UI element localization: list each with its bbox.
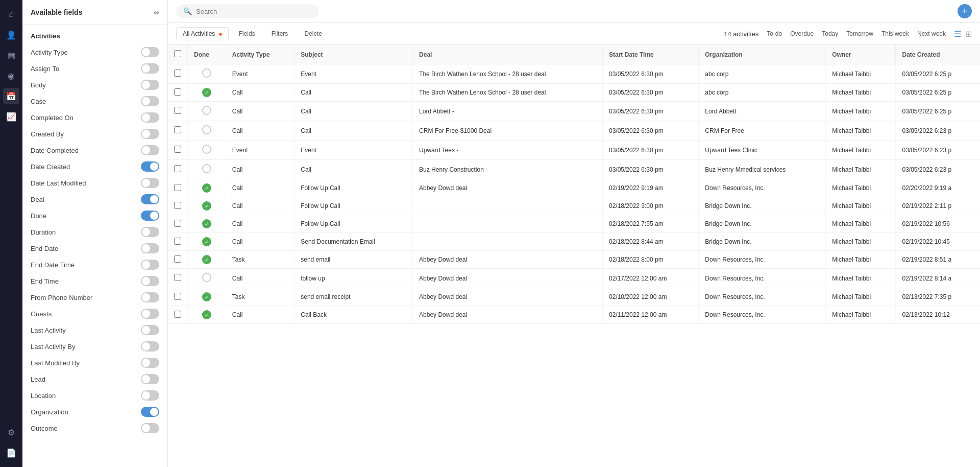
field-toggle[interactable]: [141, 423, 159, 433]
row-start-date: 02/11/2022 12:00 am: [602, 306, 698, 324]
row-owner: Michael Taibbi: [826, 102, 896, 121]
dashboard-icon[interactable]: ▦: [3, 47, 19, 63]
row-checkbox[interactable]: [174, 293, 181, 300]
table-row: CallCallBuz Henry Construction -03/05/20…: [168, 160, 980, 179]
activities-icon[interactable]: 📅: [3, 88, 19, 104]
field-toggle[interactable]: [141, 243, 159, 253]
row-checkbox[interactable]: [174, 311, 181, 318]
row-subject: Call Back: [295, 306, 413, 324]
done-circle[interactable]: [202, 145, 211, 154]
field-toggle[interactable]: [141, 47, 159, 57]
search-input[interactable]: [196, 8, 312, 15]
field-toggle[interactable]: [141, 194, 159, 204]
row-checkbox[interactable]: [174, 126, 181, 133]
row-checkbox[interactable]: [174, 146, 181, 153]
field-toggle[interactable]: [141, 227, 159, 237]
row-start-date: 03/05/2022 6:30 pm: [602, 84, 698, 102]
filter-this-week[interactable]: This week: [881, 30, 909, 37]
field-toggle[interactable]: [141, 292, 159, 302]
tab-fields[interactable]: Fields: [233, 28, 261, 40]
row-checkbox[interactable]: [174, 238, 181, 245]
sidebar: Available fields ⇔ Activities Activity T…: [22, 0, 168, 467]
analytics-icon[interactable]: 📈: [3, 108, 19, 125]
row-deal: Lord Abbett -: [413, 102, 603, 121]
row-checkbox[interactable]: [174, 274, 181, 281]
field-toggle[interactable]: [141, 63, 159, 74]
done-circle[interactable]: [202, 125, 211, 134]
field-toggle[interactable]: [141, 276, 159, 286]
field-toggle[interactable]: [141, 325, 159, 335]
select-all-checkbox[interactable]: [174, 50, 181, 57]
done-circle[interactable]: ✓: [202, 310, 211, 319]
field-toggle[interactable]: [141, 129, 159, 139]
field-toggle[interactable]: [141, 309, 159, 319]
col-checkbox: [168, 45, 188, 64]
sidebar-field-label: Last Modified By: [31, 359, 80, 367]
table-row: EventEventThe Birch Wathen Lenox School …: [168, 64, 980, 84]
list-view-icon[interactable]: ☰: [954, 29, 961, 39]
done-circle[interactable]: ✓: [202, 183, 211, 193]
contacts-icon[interactable]: 👤: [3, 27, 19, 43]
row-date-created: 02/20/2022 9:19 a: [896, 179, 980, 197]
row-checkbox[interactable]: [174, 107, 181, 114]
row-activity-type: Event: [226, 64, 294, 84]
docs-icon[interactable]: 📄: [3, 445, 19, 461]
row-checkbox[interactable]: [174, 165, 181, 172]
field-toggle[interactable]: [141, 341, 159, 352]
field-toggle[interactable]: [141, 260, 159, 270]
done-circle[interactable]: ✓: [202, 201, 211, 211]
row-checkbox[interactable]: [174, 255, 181, 263]
field-toggle[interactable]: [141, 358, 159, 368]
done-circle[interactable]: ✓: [202, 237, 211, 246]
add-button[interactable]: +: [958, 4, 972, 18]
tab-filters[interactable]: Filters: [265, 28, 295, 40]
sidebar-toggle-icon[interactable]: ⇔: [154, 9, 159, 16]
done-circle[interactable]: [202, 164, 211, 173]
row-checkbox[interactable]: [174, 88, 181, 96]
field-toggle[interactable]: [141, 112, 159, 123]
row-owner: Michael Taibbi: [826, 141, 896, 160]
grid-view-icon[interactable]: ⊞: [965, 29, 972, 39]
row-checkbox[interactable]: [174, 202, 181, 209]
search-box[interactable]: 🔍: [176, 4, 319, 18]
row-subject: Call: [295, 102, 413, 121]
field-toggle[interactable]: [141, 407, 159, 417]
home-icon[interactable]: ⌂: [3, 6, 19, 22]
filter-todo[interactable]: To-do: [767, 30, 782, 37]
field-toggle[interactable]: [141, 80, 159, 90]
field-toggle[interactable]: [141, 178, 159, 188]
field-toggle[interactable]: [141, 161, 159, 172]
done-circle[interactable]: ✓: [202, 255, 211, 264]
row-date-created: 03/05/2022 6:23 p: [896, 121, 980, 141]
more-icon[interactable]: ···: [3, 129, 19, 145]
row-activity-type: Call: [226, 269, 294, 288]
row-checkbox[interactable]: [174, 184, 181, 191]
field-toggle[interactable]: [141, 374, 159, 384]
field-toggle[interactable]: [141, 211, 159, 221]
filter-tomorrow[interactable]: Tomorrow: [846, 30, 873, 37]
done-circle[interactable]: [202, 273, 211, 282]
tab-all-activities[interactable]: All Activities: [176, 27, 229, 40]
field-toggle[interactable]: [141, 390, 159, 401]
filter-next-week[interactable]: Next week: [917, 30, 946, 37]
filter-today[interactable]: Today: [822, 30, 838, 37]
deals-icon[interactable]: ◉: [3, 67, 19, 84]
done-circle[interactable]: ✓: [202, 292, 211, 301]
sidebar-field-row: Last Activity By: [22, 338, 167, 355]
settings-icon[interactable]: ⚙: [3, 424, 19, 440]
row-checkbox-cell: [168, 64, 188, 84]
done-circle[interactable]: ✓: [202, 88, 211, 97]
row-organization: Bridge Down Inc.: [699, 197, 826, 215]
done-circle[interactable]: [202, 68, 211, 78]
main-content: 🔍 + All Activities Fields Filters Delete…: [168, 0, 980, 467]
field-toggle[interactable]: [141, 96, 159, 106]
done-circle[interactable]: [202, 106, 211, 115]
tab-delete[interactable]: Delete: [298, 28, 328, 40]
sidebar-field-row: Done: [22, 207, 167, 224]
field-toggle[interactable]: [141, 145, 159, 155]
filter-overdue[interactable]: Overdue: [790, 30, 814, 37]
done-circle[interactable]: ✓: [202, 219, 211, 228]
row-checkbox[interactable]: [174, 220, 181, 227]
row-checkbox[interactable]: [174, 69, 181, 77]
left-navigation: ⌂ 👤 ▦ ◉ 📅 📈 ··· ⚙ 📄: [0, 0, 22, 467]
